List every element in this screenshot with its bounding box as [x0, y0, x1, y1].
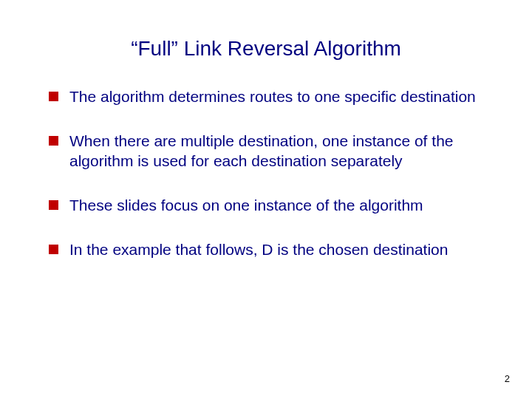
slide-title: “Full” Link Reversal Algorithm: [44, 37, 488, 61]
page-number: 2: [505, 373, 510, 384]
list-item: These slides focus on one instance of th…: [44, 196, 488, 215]
list-item: When there are multiple destination, one…: [44, 132, 488, 171]
list-item: The algorithm determines routes to one s…: [44, 87, 488, 106]
bullet-list: The algorithm determines routes to one s…: [44, 87, 488, 259]
list-item: In the example that follows, D is the ch…: [44, 240, 488, 259]
slide: “Full” Link Reversal Algorithm The algor…: [0, 0, 532, 399]
